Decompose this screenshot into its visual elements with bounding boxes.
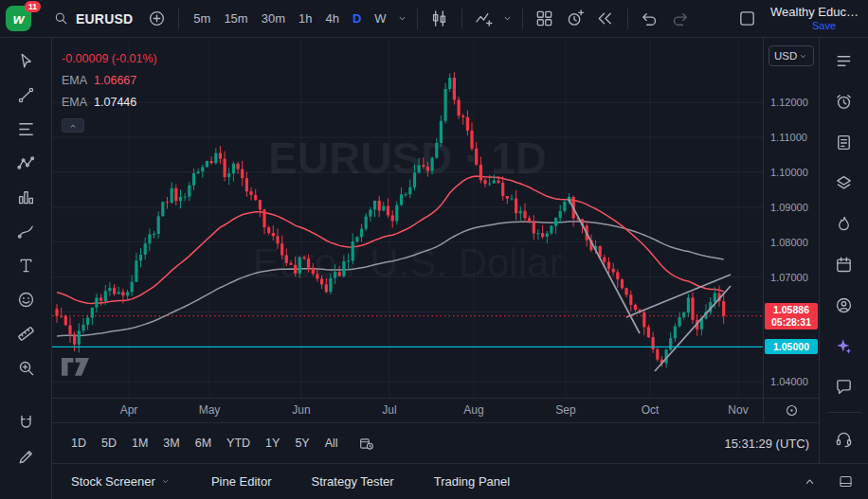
calendar-icon[interactable] (828, 249, 860, 279)
tab-pine-editor[interactable]: Pine Editor (211, 474, 272, 489)
support-icon[interactable] (828, 423, 860, 454)
timeframe-4h[interactable]: 4h (318, 7, 345, 30)
notes-icon[interactable] (828, 127, 860, 157)
layout-grid-icon[interactable] (531, 5, 559, 33)
tab-trading-panel[interactable]: Trading Panel (434, 474, 510, 489)
panel-layout-icon[interactable] (834, 471, 857, 493)
ideas-icon[interactable] (828, 290, 860, 320)
price-label: 1.12000 (770, 96, 808, 109)
drawing-price: 1.05000 (765, 339, 818, 354)
range-3M[interactable]: 3M (155, 432, 187, 454)
divider (522, 9, 523, 29)
emoji-icon[interactable] (9, 284, 43, 314)
tab-strategy-tester[interactable]: Strategy Tester (311, 474, 393, 489)
magnet-icon[interactable] (9, 407, 43, 437)
month-label: Oct (634, 403, 666, 417)
range-1D[interactable]: 1D (63, 432, 94, 454)
indicator-value: 1.07446 (94, 96, 136, 109)
hotlist-icon[interactable] (828, 208, 860, 239)
edit-icon[interactable] (9, 441, 43, 472)
compare-add-icon[interactable] (142, 5, 171, 33)
chevron-down-icon (160, 476, 172, 488)
bottom-panel-tabs: Stock ScreenerPine EditorStrategy Tester… (52, 463, 868, 499)
pattern-icon[interactable] (9, 148, 43, 178)
month-label: Nov (722, 403, 754, 417)
layout-name: Wealthy Educ… (770, 5, 859, 20)
month-label: May (193, 403, 226, 417)
timeframe-15m[interactable]: 15m (217, 7, 254, 30)
indicators-chevron-icon[interactable] (500, 8, 515, 30)
tab-label: Strategy Tester (311, 474, 393, 489)
legend-collapse-button[interactable] (62, 118, 84, 133)
currency-dropdown[interactable]: USD (769, 45, 814, 66)
currency-label: USD (774, 50, 797, 62)
ruler-icon[interactable] (9, 318, 43, 348)
indicators-icon[interactable] (470, 5, 498, 33)
watchlist-icon[interactable] (828, 45, 860, 76)
time-axis[interactable]: AprMayJunJulAugSepOctNov (52, 398, 763, 422)
range-5D[interactable]: 5D (94, 432, 124, 454)
expand-panel-icon[interactable] (798, 471, 821, 493)
timeframe-W[interactable]: W (368, 7, 392, 30)
ema-fast-line[interactable] (57, 176, 724, 303)
ai-icon[interactable] (828, 330, 860, 361)
indicator-name: EMA (62, 96, 87, 109)
range-group: 1D5D1M3M6MYTD1Y5YAll (63, 432, 346, 454)
timeframe-menu-chevron-icon[interactable] (395, 8, 409, 30)
clock[interactable]: 15:31:29 (UTC) (724, 437, 809, 451)
price-label: 1.11000 (770, 131, 807, 144)
divider (627, 9, 628, 29)
bar-replay-icon[interactable] (591, 5, 620, 33)
range-YTD[interactable]: YTD (219, 432, 258, 454)
tabs-group: Stock ScreenerPine EditorStrategy Tester… (71, 474, 510, 489)
ema-slow-line[interactable] (57, 222, 724, 336)
cursor-icon[interactable] (9, 45, 43, 76)
price-chart[interactable] (52, 38, 763, 398)
scales-settings-icon[interactable] (780, 400, 803, 422)
range-1Y[interactable]: 1Y (258, 432, 287, 454)
text-tool-icon[interactable] (9, 250, 43, 280)
trend-line-icon[interactable] (9, 80, 43, 110)
month-label: Aug (458, 403, 490, 417)
bar-countdown: 05:28:31 (765, 316, 818, 329)
indicator-ema-slow[interactable]: EMA 1.07446 (62, 91, 157, 113)
chart-legend: -0.00009 (-0.01%) EMA 1.06667 EMA 1.0744… (62, 47, 157, 133)
price-label: 1.10000 (770, 166, 808, 179)
forecast-icon[interactable] (9, 182, 43, 212)
tradingview-logo[interactable] (62, 358, 90, 380)
tab-stock-screener[interactable]: Stock Screener (71, 474, 172, 489)
chat-icon[interactable] (828, 371, 860, 401)
main-menu-button[interactable]: w 11 (6, 5, 40, 33)
chart-area[interactable]: EURUSD · 1D Euro / U.S. Dollar -0.00009 … (52, 38, 763, 398)
tab-label: Stock Screener (71, 474, 155, 489)
trend-line-drawing[interactable] (569, 199, 640, 333)
timeframe-1h[interactable]: 1h (292, 7, 318, 30)
go-to-date-icon[interactable] (355, 432, 378, 454)
divider (461, 9, 462, 29)
layers-icon[interactable] (828, 168, 860, 198)
indicator-ema-fast[interactable]: EMA 1.06667 (62, 69, 157, 91)
chart-style-icon[interactable] (425, 5, 454, 33)
range-All[interactable]: All (317, 432, 346, 454)
redo-icon[interactable] (666, 5, 695, 33)
price-axis[interactable]: USD 1.120001.110001.100001.090001.080001… (763, 38, 819, 398)
alerts-icon[interactable] (828, 86, 860, 116)
search-icon (51, 9, 70, 28)
alert-icon[interactable] (561, 5, 589, 33)
fib-icon[interactable] (9, 114, 43, 144)
range-5Y[interactable]: 5Y (287, 432, 316, 454)
range-1M[interactable]: 1M (124, 432, 155, 454)
zoom-icon[interactable] (9, 352, 43, 383)
layout-menu[interactable]: Wealthy Educ… Save (770, 5, 859, 32)
tradingview-app: w 11 EURUSD 5m15m30m1h4hDW Wealthy Educ…… (0, 0, 868, 499)
symbol-search-button[interactable]: EURUSD (44, 5, 140, 33)
brush-icon[interactable] (9, 216, 43, 246)
timeframe-30m[interactable]: 30m (255, 7, 292, 30)
timeframe-D[interactable]: D (346, 7, 368, 30)
undo-icon[interactable] (636, 5, 664, 33)
range-bar: 1D5D1M3M6MYTD1Y5YAll 15:31:29 (UTC) (52, 422, 819, 463)
timeframe-5m[interactable]: 5m (187, 7, 217, 30)
save-button[interactable]: Save (812, 20, 836, 32)
range-6M[interactable]: 6M (188, 432, 219, 454)
fullscreen-icon[interactable] (732, 5, 761, 33)
